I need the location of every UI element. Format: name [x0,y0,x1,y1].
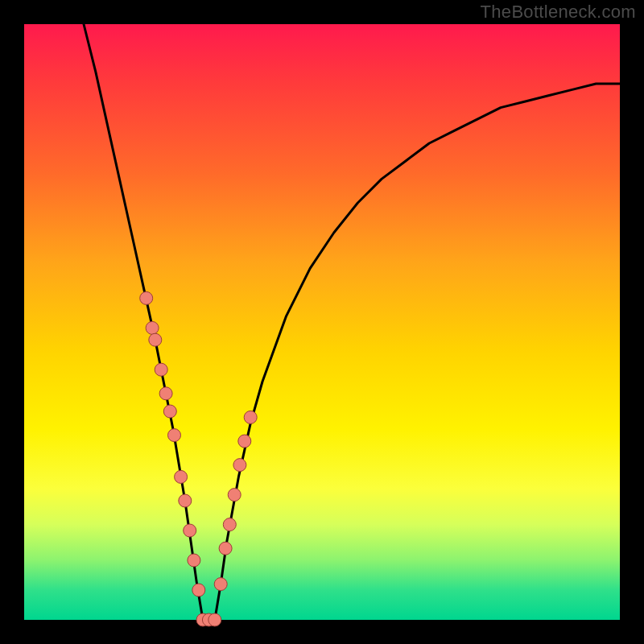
marker-point [188,554,200,567]
chart-frame: TheBottleneck.com [0,0,644,644]
marker-point [192,584,205,597]
marker-point [214,578,227,591]
marker-point [228,489,241,502]
marker-point [179,494,192,507]
marker-point [146,321,159,334]
marker-point [140,291,153,304]
marker-point [184,524,196,537]
marker-point [168,429,181,442]
marker-point [149,333,162,346]
marker-point [175,470,188,483]
chart-svg [24,24,620,620]
marker-point [219,542,232,555]
marker-point [223,518,236,531]
marker-point [238,435,251,448]
marker-point [155,363,167,376]
marker-point [244,411,257,423]
marker-point [208,613,221,626]
marker-point [159,387,172,400]
plot-area [24,24,620,620]
marker-point [163,405,176,418]
watermark-text: TheBottleneck.com [481,2,636,23]
marker-group [140,291,258,626]
marker-point [233,459,246,472]
bottleneck-curve [84,24,620,620]
